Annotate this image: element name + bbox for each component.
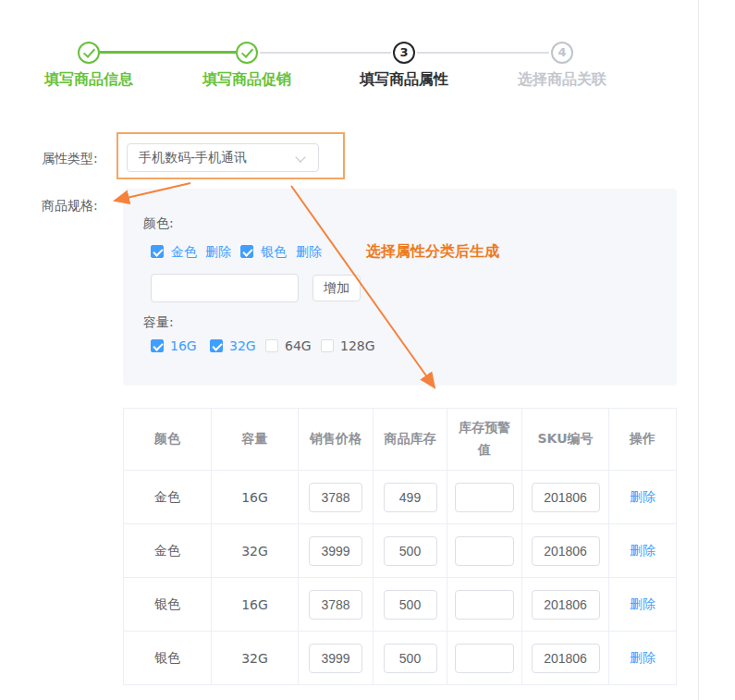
table-row: 银色 16G 删除 <box>124 578 677 632</box>
step-label-1: 填写商品信息 <box>19 70 158 90</box>
col-header-capacity: 容量 <box>212 409 299 471</box>
capacity-checkbox-32g[interactable] <box>210 339 223 352</box>
step-connector <box>260 52 391 54</box>
capacity-option-32g-label[interactable]: 32G <box>229 338 256 353</box>
capacity-checkbox-128g[interactable] <box>321 339 334 352</box>
capacity-option-64g-label[interactable]: 64G <box>285 338 312 353</box>
price-input[interactable] <box>309 590 362 620</box>
color-checkbox-gold[interactable] <box>151 245 164 258</box>
sku-table: 颜色 容量 销售价格 商品库存 库存预警值 SKU编号 操作 金色 16G 删除… <box>123 408 677 685</box>
col-header-color: 颜色 <box>124 409 212 471</box>
new-color-input[interactable] <box>151 274 299 302</box>
annotation-note: 选择属性分类后生成 <box>366 242 499 262</box>
col-header-stock: 商品库存 <box>374 409 447 471</box>
color-checkbox-silver[interactable] <box>240 245 253 258</box>
col-header-price: 销售价格 <box>299 409 374 471</box>
sku-input[interactable] <box>532 644 600 673</box>
color-group-label: 颜色: <box>143 215 174 232</box>
table-row: 金色 32G 删除 <box>124 524 677 578</box>
product-attribute-page: 填写商品信息 填写商品促销 3 填写商品属性 4 选择商品关联 属性类型: 手机… <box>0 0 735 700</box>
step-label-4: 选择商品关联 <box>493 70 631 90</box>
table-row: 银色 32G 删除 <box>124 632 677 685</box>
sku-input[interactable] <box>532 483 600 512</box>
cell-color: 金色 <box>124 471 212 524</box>
step-label-3: 填写商品属性 <box>335 70 473 90</box>
table-row: 金色 16G 删除 <box>124 471 677 524</box>
step-connector <box>417 52 549 54</box>
capacity-checkbox-16g[interactable] <box>151 339 164 352</box>
sku-table-header-row: 颜色 容量 销售价格 商品库存 库存预警值 SKU编号 操作 <box>124 409 677 471</box>
chevron-down-icon <box>295 152 305 162</box>
step-circle-2 <box>236 42 258 64</box>
sku-input[interactable] <box>532 536 600 566</box>
content-right-divider <box>698 0 699 700</box>
sku-input[interactable] <box>532 590 600 620</box>
color-remove-gold-link[interactable]: 删除 <box>205 244 231 261</box>
price-input[interactable] <box>309 483 362 512</box>
cell-capacity: 32G <box>212 524 299 578</box>
capacity-checkbox-64g[interactable] <box>265 339 278 352</box>
cell-capacity: 16G <box>212 471 299 524</box>
col-header-action: 操作 <box>609 409 677 471</box>
warning-input[interactable] <box>455 536 514 566</box>
col-header-sku: SKU编号 <box>522 409 609 471</box>
step-circle-1 <box>78 42 100 64</box>
stock-input[interactable] <box>384 536 437 566</box>
price-input[interactable] <box>309 644 362 673</box>
delete-row-link[interactable]: 删除 <box>630 596 655 611</box>
attr-type-selected-value: 手机数码-手机通讯 <box>139 150 247 165</box>
check-icon <box>241 45 253 58</box>
capacity-option-16g-label[interactable]: 16G <box>170 338 197 353</box>
stock-input[interactable] <box>384 590 437 620</box>
attr-type-label: 属性类型: <box>42 151 98 167</box>
capacity-option-128g-label[interactable]: 128G <box>340 338 375 353</box>
step-circle-3: 3 <box>393 42 415 64</box>
delete-row-link[interactable]: 删除 <box>630 489 655 504</box>
warning-input[interactable] <box>455 590 514 620</box>
warning-input[interactable] <box>455 483 514 512</box>
cell-color: 金色 <box>124 524 212 578</box>
cell-capacity: 32G <box>212 632 299 685</box>
capacity-group-label: 容量: <box>143 314 174 331</box>
attr-type-select[interactable]: 手机数码-手机通讯 <box>127 143 319 172</box>
delete-row-link[interactable]: 删除 <box>630 650 655 665</box>
step-circle-4: 4 <box>551 42 573 64</box>
stock-input[interactable] <box>384 483 437 512</box>
color-option-silver-label[interactable]: 银色 <box>261 244 287 261</box>
step-connector-done <box>100 51 236 54</box>
step-label-2: 填写商品促销 <box>178 70 316 90</box>
cell-color: 银色 <box>124 632 212 685</box>
color-option-gold-label[interactable]: 金色 <box>171 244 197 261</box>
step-number-4: 4 <box>553 43 571 62</box>
step-number-3: 3 <box>395 43 413 62</box>
spec-label: 商品规格: <box>42 198 98 215</box>
add-color-button[interactable]: 增加 <box>312 275 361 301</box>
price-input[interactable] <box>309 536 362 566</box>
col-header-warning: 库存预警值 <box>447 409 522 471</box>
check-icon <box>83 45 95 58</box>
stock-input[interactable] <box>384 644 437 673</box>
delete-row-link[interactable]: 删除 <box>630 543 655 558</box>
cell-color: 银色 <box>124 578 212 632</box>
cell-capacity: 16G <box>212 578 299 632</box>
color-remove-silver-link[interactable]: 删除 <box>296 244 322 261</box>
warning-input[interactable] <box>455 644 514 673</box>
